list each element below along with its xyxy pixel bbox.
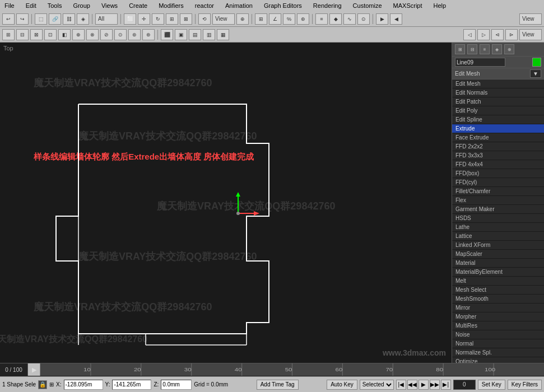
modifier-item[interactable]: Lattice [452, 232, 544, 241]
ref-coord-btn[interactable]: ⟲ [198, 13, 211, 25]
x-input[interactable] [64, 380, 103, 390]
pivot-btn[interactable]: ⊕ [236, 13, 249, 25]
rp-icon-3[interactable]: ≡ [480, 44, 490, 54]
modifier-item[interactable]: Melt [452, 277, 544, 286]
tb2-end2[interactable]: ▷ [477, 29, 490, 40]
link-btn[interactable]: 🔗 [49, 13, 61, 25]
menu-reactor[interactable]: reactor [193, 2, 216, 10]
modifier-item[interactable]: FFD 2x2x2 [452, 142, 544, 151]
modifier-item[interactable]: Normal [452, 339, 544, 348]
modifier-item[interactable]: Mesh Select [452, 286, 544, 295]
schematic-btn[interactable]: ⊙ [357, 13, 370, 25]
scale2-btn[interactable]: ⊠ [180, 13, 192, 25]
tb2-btn1[interactable]: ⊞ [2, 29, 15, 40]
timeline-play-btn[interactable]: ▶ [28, 363, 40, 376]
modifier-item[interactable]: MapScaler [452, 250, 544, 259]
prev-key-btn[interactable]: ◀◀ [407, 380, 417, 390]
tb2-btn5[interactable]: ◧ [58, 29, 71, 40]
modifier-list[interactable]: Edit MeshEdit NormalsEdit PatchEdit Poly… [452, 80, 544, 363]
color-swatch[interactable] [532, 58, 541, 67]
auto-key-btn[interactable]: Auto Key [327, 380, 357, 390]
menu-modifiers[interactable]: Modifiers [156, 2, 186, 10]
view-dropdown-right[interactable]: View [519, 13, 542, 25]
angle-snap-btn[interactable]: ∠ [269, 13, 281, 25]
play-btn[interactable]: ▶ [419, 380, 429, 390]
tb2-btn2[interactable]: ⊟ [16, 29, 29, 40]
redo-btn[interactable]: ↪ [16, 13, 29, 25]
tb2-btn11[interactable]: ⊛ [142, 29, 155, 40]
modifier-item[interactable]: Flex [452, 196, 544, 205]
modifier-item[interactable]: Mirror [452, 304, 544, 312]
layer-btn[interactable]: ≡ [315, 13, 328, 25]
tb2-btn13[interactable]: ▣ [175, 29, 187, 40]
menu-rendering[interactable]: Rendering [311, 2, 344, 10]
tb2-btn8[interactable]: ⊘ [100, 29, 113, 40]
tb2-btn15[interactable]: ▥ [203, 29, 215, 40]
modifier-item[interactable]: Normalize Spl. [452, 348, 544, 357]
modifier-item[interactable]: Linked XForm [452, 241, 544, 250]
menu-graph-editors[interactable]: Graph Editors [262, 2, 304, 10]
timeline-track[interactable]: 10 20 30 40 50 60 70 80 100 [40, 363, 544, 376]
object-name-input[interactable] [455, 58, 505, 67]
menu-group[interactable]: Group [71, 2, 92, 10]
viewport[interactable]: Top 魔天制造VRAY技术交流QQ群29842760 魔天制造VRAY技术交流… [0, 43, 452, 363]
menu-maxscript[interactable]: MAXScript [391, 2, 425, 10]
z-input[interactable] [161, 380, 192, 390]
modifier-item[interactable]: MaterialByElement [452, 268, 544, 277]
undo-btn[interactable]: ↩ [2, 13, 15, 25]
modifier-item[interactable]: Edit Patch [452, 97, 544, 106]
snap-btn[interactable]: ⊞ [255, 13, 267, 25]
modifier-item[interactable]: Face Extrude [452, 133, 544, 142]
unlink-btn[interactable]: ⛓ [63, 13, 75, 25]
modifier-item[interactable]: MultiRes [452, 321, 544, 330]
modifier-item[interactable]: Morpher [452, 312, 544, 321]
select-region-btn[interactable]: ⬜ [124, 13, 136, 25]
rp-icon-4[interactable]: ◈ [492, 44, 502, 54]
add-time-tag-btn[interactable]: Add Time Tag [257, 380, 299, 390]
render2-btn[interactable]: ◀ [390, 13, 402, 25]
modifier-item[interactable]: Extrude [452, 124, 544, 133]
bind-btn[interactable]: ◈ [77, 13, 89, 25]
curve-btn[interactable]: ∿ [343, 13, 356, 25]
lock-icon[interactable]: 🔒 [38, 380, 47, 389]
modifier-item[interactable]: HSDS [452, 214, 544, 223]
prev-frame-btn[interactable]: |◀ [396, 380, 406, 390]
scale-btn[interactable]: ⊞ [166, 13, 178, 25]
set-key-btn[interactable]: Set Key [478, 380, 505, 390]
tb2-btn12[interactable]: ⬛ [161, 29, 173, 40]
menu-tools[interactable]: Tools [45, 2, 64, 10]
tb2-end4[interactable]: ⊳ [505, 29, 518, 40]
modifier-dropdown-btn[interactable]: ▼ [530, 69, 541, 78]
tb2-btn14[interactable]: ▤ [189, 29, 201, 40]
view-dropdown[interactable]: View [212, 13, 235, 25]
filter-dropdown[interactable]: All [95, 13, 118, 25]
spinner-snap-btn[interactable]: ⊛ [297, 13, 309, 25]
key-filters-btn[interactable]: Key Filters [508, 380, 542, 390]
tb2-btn7[interactable]: ⊗ [86, 29, 99, 40]
modifier-item[interactable]: Fillet/Chamfer [452, 187, 544, 196]
rp-icon-5[interactable]: ⊕ [504, 44, 514, 54]
rp-icon-2[interactable]: ⊟ [467, 44, 477, 54]
menu-create[interactable]: Create [127, 2, 150, 10]
view-dropdown-right2[interactable]: View [519, 29, 542, 40]
y-input[interactable] [112, 380, 151, 390]
modifier-item[interactable]: FFD 4x4x4 [452, 160, 544, 169]
material-btn[interactable]: ◆ [329, 13, 342, 25]
selected-dropdown[interactable]: Selected [360, 380, 394, 390]
menu-animation[interactable]: Animation [223, 2, 255, 10]
modifier-item[interactable]: Lathe [452, 223, 544, 232]
menu-file[interactable]: File [2, 2, 17, 10]
render-btn[interactable]: ▶ [376, 13, 388, 25]
rp-icon-1[interactable]: ⊞ [455, 44, 465, 54]
modifier-item[interactable]: MeshSmooth [452, 295, 544, 304]
select-btn[interactable]: ⬚ [35, 13, 47, 25]
percent-snap-btn[interactable]: % [283, 13, 295, 25]
modifier-item[interactable]: Edit Poly [452, 106, 544, 115]
rotate-btn[interactable]: ↻ [152, 13, 164, 25]
modifier-item[interactable]: FFD 3x3x3 [452, 151, 544, 160]
tb2-end1[interactable]: ◁ [463, 29, 476, 40]
tb2-btn4[interactable]: ⊡ [44, 29, 57, 40]
modifier-item[interactable]: Noise [452, 330, 544, 339]
menu-views[interactable]: Views [99, 2, 120, 10]
modifier-item[interactable]: Edit Mesh [452, 80, 544, 88]
